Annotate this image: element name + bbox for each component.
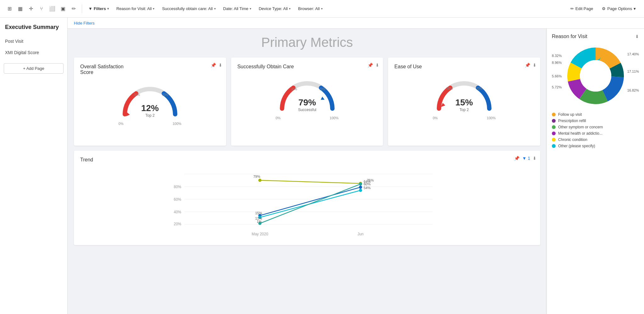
gear-icon: ⚙ xyxy=(602,6,606,11)
obtain-gauge: 30% 70% 79% Successful 0% 100% xyxy=(237,72,377,120)
share-icon[interactable]: ⑂ xyxy=(37,4,46,13)
page-title: Primary Metrics xyxy=(74,35,540,50)
legend-item-chronic: Chronic condition xyxy=(552,137,639,142)
download-icon-trend[interactable]: ⬇ xyxy=(533,156,536,161)
obtain-arrow: ▾ xyxy=(214,7,216,10)
svg-text:Top 2: Top 2 xyxy=(145,113,155,118)
pct-label-6: 17.11% xyxy=(627,70,639,73)
svg-marker-5 xyxy=(321,97,325,100)
svg-point-53 xyxy=(580,60,611,92)
pct-label-1: 8.32% xyxy=(552,54,562,58)
obtain-min: 0% xyxy=(276,116,281,120)
edit-page-label: Edit Page xyxy=(575,6,593,11)
overall-gauge: 30% 70% 12% Top 2 0% 100% xyxy=(80,78,220,126)
svg-text:79%: 79% xyxy=(253,175,260,178)
icon-toolbar: ⊞ ▦ ✛ ⑂ ⬜ ▣ ✏ xyxy=(5,4,82,13)
export-icon[interactable]: ⬜ xyxy=(48,4,57,13)
legend-item-mental-health: Mental health or addictio... xyxy=(552,131,639,136)
svg-point-43 xyxy=(359,182,362,186)
trend-chart-svg: 80% 60% 40% 20% May 2020 Jun xyxy=(80,168,534,237)
cursor-icon[interactable]: ✛ xyxy=(26,4,35,13)
main-content: Hide Filters Primary Metrics Overall Sat… xyxy=(68,18,644,314)
device-type-filter[interactable]: Device Type: All ▾ xyxy=(256,5,293,12)
donut-section: 8.32% 8.96% 5.66% 5.72% 17.40% 17.11% 16… xyxy=(552,44,639,107)
browser-filter[interactable]: Browser: All ▾ xyxy=(296,5,325,12)
pin-icon[interactable]: 📌 xyxy=(211,63,216,68)
browser-arrow: ▾ xyxy=(321,7,323,10)
svg-line-31 xyxy=(260,187,361,216)
legend-item-other-specify: Other (please specify) xyxy=(552,144,639,148)
content-area: Primary Metrics Overall Satisfaction Sco… xyxy=(68,29,644,314)
legend-label-prescription: Prescription refill xyxy=(558,119,586,123)
svg-text:70%: 70% xyxy=(476,87,482,90)
date-filter[interactable]: Date: All Time ▾ xyxy=(221,5,254,12)
svg-text:Jun: Jun xyxy=(358,232,364,236)
svg-point-27 xyxy=(258,179,262,182)
overall-max: 100% xyxy=(173,122,181,126)
download-icon-3[interactable]: ⬇ xyxy=(533,63,536,68)
sidebar-title: Executive Summary xyxy=(0,21,67,36)
reason-for-visit-filter[interactable]: Reason for Visit: All ▾ xyxy=(114,5,157,12)
overall-minmax: 0% 100% xyxy=(119,122,181,126)
obtain-max: 100% xyxy=(330,116,338,120)
svg-text:64%: 64% xyxy=(364,180,371,183)
metrics-row: Overall Satisfaction Score 📌 ⬇ xyxy=(74,58,540,146)
legend-label-other-symptom: Other symptom or concern xyxy=(558,125,603,129)
reason-arrow: ▾ xyxy=(153,7,154,10)
svg-text:40%: 40% xyxy=(174,210,181,214)
pct-label-5: 17.40% xyxy=(627,52,639,56)
download-icon-2[interactable]: ⬇ xyxy=(375,63,379,68)
filters-bar: Hide Filters xyxy=(68,18,644,29)
right-panel: Reason for Visit ⬇ 8.32% 8.96% 5.66% 5.7… xyxy=(547,29,644,314)
brush-icon[interactable]: ✏ xyxy=(69,4,78,13)
sidebar: Executive Summary Post Visit XMI Digital… xyxy=(0,18,68,314)
pct-label-3: 5.66% xyxy=(552,74,562,78)
pin-icon-3[interactable]: 📌 xyxy=(525,63,530,68)
pencil-icon: ✏ xyxy=(570,6,574,11)
svg-text:12%: 12% xyxy=(141,103,159,113)
comment-icon[interactable]: ▣ xyxy=(58,4,67,13)
svg-text:May 2020: May 2020 xyxy=(252,232,268,236)
legend: Follow up visit Prescription refill Othe… xyxy=(552,112,639,148)
successfully-obtain-card: Successfully Obtain Care 📌 ⬇ xyxy=(231,58,383,146)
svg-point-33 xyxy=(359,186,362,189)
successfully-obtain-label: Successfully obtain care: All xyxy=(162,6,213,11)
page-options-arrow: ▾ xyxy=(634,6,636,11)
svg-text:20%: 20% xyxy=(174,222,181,226)
filters-button[interactable]: ▼ Filters ▾ xyxy=(86,5,111,12)
pct-label-4: 5.72% xyxy=(552,85,562,89)
overall-satisfaction-title: Overall Satisfaction Score xyxy=(80,64,137,75)
ease-gauge-svg: 30% 70% 15% Top 2 xyxy=(433,77,496,115)
date-label: Date: All Time xyxy=(223,6,248,11)
grid-icon[interactable]: ⊞ xyxy=(5,4,14,13)
download-icon-panel[interactable]: ⬇ xyxy=(635,34,639,39)
svg-text:60%: 60% xyxy=(174,197,181,202)
svg-text:1%: 1% xyxy=(257,220,262,223)
ease-minmax: 0% 100% xyxy=(433,116,496,120)
donut-svg xyxy=(564,44,627,107)
legend-label-follow-up: Follow up visit xyxy=(558,112,582,117)
legend-dot-follow-up xyxy=(552,113,556,116)
pin-icon-trend[interactable]: 📌 xyxy=(514,156,519,161)
ease-max: 100% xyxy=(487,116,496,120)
svg-text:70%: 70% xyxy=(162,93,168,97)
pin-icon-2[interactable]: 📌 xyxy=(368,63,373,68)
device-arrow: ▾ xyxy=(289,7,291,10)
ease-gauge: 30% 70% 15% Top 2 0% 100% xyxy=(394,72,534,120)
edit-page-button[interactable]: ✏ Edit Page xyxy=(567,5,596,12)
sidebar-item-xmi[interactable]: XMI Digital Score xyxy=(0,47,67,58)
download-icon[interactable]: ⬇ xyxy=(219,63,222,68)
filter-icon-trend[interactable]: ▼ 1 xyxy=(522,156,530,161)
hide-filters-link[interactable]: Hide Filters xyxy=(74,21,95,25)
browser-label: Browser: All xyxy=(298,6,320,11)
legend-label-chronic: Chronic condition xyxy=(558,137,587,142)
add-page-button[interactable]: + Add Page xyxy=(4,63,64,74)
svg-text:70%: 70% xyxy=(319,87,325,91)
trend-title: Trend xyxy=(80,157,534,163)
successfully-obtain-filter[interactable]: Successfully obtain care: All ▾ xyxy=(159,5,218,12)
sidebar-item-post-visit[interactable]: Post Visit xyxy=(0,36,67,47)
page-options-button[interactable]: ⚙ Page Options ▾ xyxy=(599,5,639,12)
trend-icons: 📌 ▼ 1 ⬇ xyxy=(514,156,536,161)
chart-icon[interactable]: ▦ xyxy=(16,4,25,13)
svg-text:30%: 30% xyxy=(291,87,297,91)
